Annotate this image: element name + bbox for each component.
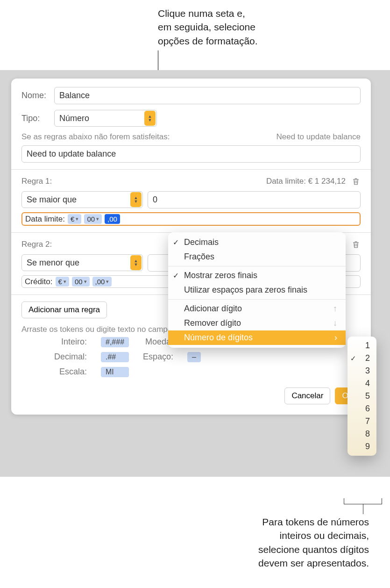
tipo-select[interactable]: Número ▲▼ [54, 110, 157, 127]
add-rule-button[interactable]: Adicionar uma regra [21, 301, 107, 318]
pal-escala-token[interactable]: MI [101, 367, 129, 377]
pal-decimal-token[interactable]: .## [101, 352, 129, 362]
digits-option-7[interactable]: 7 [347, 415, 376, 428]
digits-option-9[interactable]: 9 [347, 440, 376, 453]
chevron-right-icon: › [334, 333, 337, 343]
chevron-updown-icon: ▲▼ [130, 192, 142, 207]
menu-item-adicionar-digito[interactable]: Adicionar dígito↑ [168, 301, 346, 316]
divider [11, 169, 371, 170]
rule1-condition-value: Se maior que [22, 195, 129, 205]
chevron-updown-icon: ▲▼ [144, 111, 156, 126]
chevron-down-icon: ▾ [76, 216, 78, 222]
format-popup-menu[interactable]: ✓Decimais Frações ✓Mostrar zeros finais … [168, 232, 346, 348]
nome-input[interactable] [54, 87, 361, 104]
token-decimal-selected[interactable]: ,00 [105, 214, 120, 224]
menu-item-fracoes[interactable]: Frações [168, 250, 346, 264]
tipo-label: Tipo: [21, 114, 50, 123]
rule1-format-row[interactable]: Data limite: €▾ 00▾ ,00 [21, 212, 361, 226]
check-icon: ✓ [350, 354, 356, 363]
chevron-down-icon: ▾ [64, 279, 66, 285]
rules-unsatisfied-label: Se as regras abaixo não forem satisfeita… [21, 132, 170, 142]
token-currency[interactable]: €▾ [68, 214, 81, 224]
menu-item-decimais[interactable]: ✓Decimais [168, 235, 346, 250]
callout-top: Clique numa seta e, em seguida, selecion… [158, 7, 258, 48]
check-icon: ✓ [173, 238, 179, 247]
pal-escala-label: Escala: [54, 367, 87, 377]
trash-icon[interactable] [351, 176, 361, 186]
rule1-condition-select[interactable]: Se maior que ▲▼ [21, 191, 143, 208]
rule2-condition-select[interactable]: Se menor que ▲▼ [21, 254, 143, 271]
nome-label: Nome: [21, 91, 50, 100]
pal-inteiro-token[interactable]: #,### [101, 337, 129, 347]
digits-option-8[interactable]: 8 [347, 428, 376, 440]
chevron-down-icon: ▾ [84, 279, 87, 285]
menu-item-remover-digito[interactable]: Remover dígito↓ [168, 316, 346, 330]
menu-item-utilizar-espacos[interactable]: Utilizar espaços para zeros finais [168, 283, 346, 297]
chevron-down-icon: ▾ [96, 216, 99, 222]
need-update-preview: Need to update balance [276, 132, 361, 142]
digits-option-6[interactable]: 6 [347, 402, 376, 415]
menu-separator [168, 299, 346, 300]
default-value-input[interactable] [21, 145, 361, 163]
rule1-preview: Data limite: € 1 234,12 [266, 177, 346, 186]
digits-option-5[interactable]: 5 [347, 390, 376, 402]
digits-submenu[interactable]: 1 ✓2 3 4 5 6 7 8 9 [347, 337, 376, 456]
check-icon: ✓ [173, 271, 179, 280]
rule1-label: Regra 1: [21, 177, 52, 186]
pal-espaco-token[interactable]: – [187, 352, 201, 362]
menu-item-numero-digitos[interactable]: Número de dígitos› [168, 330, 346, 345]
rule2-format-label: Crédito: [25, 277, 53, 287]
token-currency[interactable]: €▾ [56, 277, 69, 287]
rule2-condition-value: Se menor que [22, 258, 129, 268]
chevron-updown-icon: ▲▼ [130, 255, 142, 270]
token-decimal[interactable]: ,00▾ [92, 277, 112, 287]
pal-decimal-label: Decimal: [54, 352, 87, 362]
digits-option-3[interactable]: 3 [347, 365, 376, 377]
cancel-button[interactable]: Cancelar [284, 387, 330, 404]
menu-item-mostrar-zeros[interactable]: ✓Mostrar zeros finais [168, 268, 346, 283]
digits-option-4[interactable]: 4 [347, 377, 376, 390]
rule2-label: Regra 2: [21, 240, 52, 249]
chevron-down-icon: ▾ [106, 279, 109, 285]
pal-espaco-label: Espaço: [143, 352, 173, 362]
rule1-format-label: Data limite: [25, 215, 65, 224]
callout-bracket [344, 498, 382, 511]
tipo-select-value: Número [55, 114, 143, 123]
token-integer[interactable]: 00▾ [84, 214, 102, 224]
pal-inteiro-label: Inteiro: [54, 337, 87, 347]
menu-separator [168, 266, 346, 266]
arrow-up-icon: ↑ [333, 304, 337, 314]
arrow-down-icon: ↓ [333, 318, 337, 328]
digits-option-1[interactable]: 1 [347, 339, 376, 352]
digits-option-2[interactable]: ✓2 [347, 352, 376, 365]
trash-icon[interactable] [351, 239, 361, 250]
rule1-value-input[interactable] [148, 191, 361, 208]
token-integer[interactable]: 00▾ [72, 277, 90, 287]
callout-bottom: Para tokens de números inteiros ou decim… [234, 515, 369, 570]
